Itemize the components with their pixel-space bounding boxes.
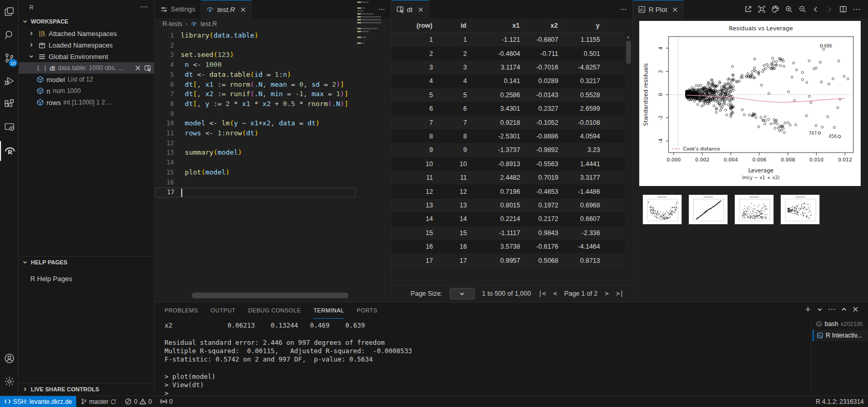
line-number[interactable]: 8: [155, 100, 174, 110]
open-external-icon[interactable]: [742, 3, 754, 16]
breadcrumb-folder[interactable]: R-tests: [162, 20, 182, 28]
line-number[interactable]: 13: [155, 148, 174, 158]
line-number[interactable]: 16: [155, 178, 174, 188]
table-row[interactable]: 11112.44820.70193.3177: [391, 171, 625, 184]
section-help-pages[interactable]: HELP PAGES: [19, 256, 154, 268]
tab-settings[interactable]: Settings: [155, 0, 201, 18]
tree-item-dt[interactable]: [ ] dt data.table: 1000 obs. ...: [19, 62, 154, 74]
tab-r-plot[interactable]: R Plot: [633, 0, 684, 18]
table-row[interactable]: 88-2.5301-0.88864.0594: [391, 130, 625, 143]
table-row[interactable]: 14140.22140.21720.6607: [391, 212, 625, 226]
line-number[interactable]: 12: [155, 139, 174, 149]
table-row[interactable]: 770.9218-0.1052-0.0108: [391, 115, 625, 129]
r-session-indicator[interactable]: R 4.1.2: 2316314: [812, 396, 868, 407]
line-number[interactable]: 1: [155, 31, 174, 41]
prev-page-button[interactable]: <: [553, 290, 557, 297]
table-row[interactable]: 1010-0.8913-0.55631.4441: [391, 157, 625, 171]
column-header-x1[interactable]: x1: [471, 19, 524, 32]
tab-testr[interactable]: R test.R: [201, 0, 252, 18]
settings-gear-icon[interactable]: [0, 371, 18, 391]
problems-indicator[interactable]: 0 0: [121, 396, 156, 407]
page-size-select[interactable]: [450, 288, 475, 299]
fit-frame-icon[interactable]: [755, 3, 768, 16]
table-row[interactable]: 440.1410.02890.3217: [391, 74, 625, 88]
tree-item-attached-namespaces[interactable]: Attached Namespaces: [19, 28, 154, 39]
palette-icon[interactable]: [769, 3, 781, 16]
maximize-panel-icon[interactable]: [841, 306, 847, 312]
sidebar-more-actions-icon[interactable]: ⋯: [140, 2, 148, 11]
table-row[interactable]: 550.2586-0.01430.5528: [391, 88, 625, 102]
split-editor-icon[interactable]: [837, 3, 849, 16]
line-number[interactable]: 17: [156, 188, 174, 197]
editor-more-actions-icon[interactable]: ⋯: [620, 0, 632, 18]
line-number[interactable]: 11: [155, 129, 174, 139]
table-row[interactable]: 13130.80150.19720.6968: [391, 199, 625, 212]
close-icon[interactable]: [418, 7, 424, 13]
table-row[interactable]: 12120.7196-0.4653-1.4486: [391, 184, 625, 198]
line-number[interactable]: 4: [155, 61, 174, 71]
close-icon[interactable]: [240, 7, 246, 13]
more-actions-icon[interactable]: ⋯: [850, 3, 863, 16]
close-icon[interactable]: [135, 65, 141, 72]
column-header-y[interactable]: y: [562, 19, 604, 32]
r-extension-icon[interactable]: R: [0, 141, 18, 161]
plot-thumbnail-normal-qq[interactable]: [688, 194, 728, 225]
column-header-x2[interactable]: x2: [524, 19, 562, 32]
section-live-share[interactable]: LIVE SHARE CONTROLS: [19, 383, 154, 394]
tree-item-r-help-pages[interactable]: R Help Pages: [19, 273, 154, 284]
next-page-button[interactable]: >: [605, 290, 608, 297]
line-number[interactable]: 9: [155, 110, 174, 120]
table-row[interactable]: 99-1.3737-0.98923.23: [391, 143, 625, 157]
plot-thumbnail-residuals-vs-leverage[interactable]: [780, 194, 820, 225]
open-viewer-icon[interactable]: [144, 65, 151, 72]
broadcast-indicator[interactable]: 0: [156, 396, 177, 407]
breadcrumb[interactable]: R-tests › R test.R: [155, 18, 390, 30]
panel-tab-terminal[interactable]: TERMINAL: [313, 303, 344, 319]
table-row[interactable]: 663.43010.23272.6599: [391, 102, 625, 115]
minimap[interactable]: [357, 0, 384, 73]
table-row[interactable]: 16163.5738-0.6176-4.1464: [391, 240, 625, 253]
search-icon[interactable]: [0, 25, 18, 45]
panel-tab-output[interactable]: OUTPUT: [210, 303, 236, 319]
plot-thumbnail-residuals-vs-fitted[interactable]: [642, 194, 682, 225]
terminal-list-item-bash[interactable]: bash k202195: [813, 318, 868, 330]
explorer-icon[interactable]: [0, 2, 18, 22]
first-page-button[interactable]: |<: [538, 290, 546, 297]
terminal-list-item-r-interactive[interactable]: R Interactiv...: [813, 330, 868, 341]
section-workspace[interactable]: WORKSPACE: [19, 16, 154, 27]
next-plot-icon[interactable]: [823, 3, 836, 16]
line-number[interactable]: 14: [155, 158, 174, 168]
column-header-row[interactable]: (row): [391, 19, 437, 32]
zoom-out-icon[interactable]: [796, 3, 808, 16]
tree-item-loaded-namespaces[interactable]: Loaded Namespaces: [19, 39, 154, 51]
terminal-profile-dropdown-icon[interactable]: [817, 307, 823, 312]
line-number[interactable]: 15: [155, 168, 174, 178]
column-header-id[interactable]: id: [437, 19, 471, 32]
remote-indicator[interactable]: SSH: levante.dkrz.de: [0, 396, 76, 407]
line-number[interactable]: 5: [155, 71, 174, 80]
panel-tab-ports[interactable]: PORTS: [357, 303, 378, 319]
breadcrumb-file[interactable]: test.R: [201, 20, 217, 28]
table-row[interactable]: 333.1174-0.7016-4.8257: [391, 61, 625, 74]
table-row[interactable]: 11-1.121-0.68071.1155: [391, 33, 625, 46]
close-panel-icon[interactable]: [852, 306, 859, 312]
line-number[interactable]: 3: [155, 51, 174, 61]
accounts-icon[interactable]: [0, 348, 18, 368]
table-row[interactable]: 1515-1.11170.9843-2.336: [391, 226, 625, 240]
zoom-in-icon[interactable]: [782, 3, 795, 16]
git-branch-indicator[interactable]: master: [76, 396, 121, 407]
table-row[interactable]: 22-0.4604-0.7110.501: [391, 46, 625, 60]
panel-tab-debug-console[interactable]: DEBUG CONSOLE: [248, 303, 301, 319]
code-editor[interactable]: 1library(data.table)23set.seed(123)4 n <…: [155, 31, 390, 292]
extensions-icon[interactable]: [0, 94, 18, 114]
table-row[interactable]: 17170.99570.50680.8713: [391, 253, 625, 267]
terminal-output[interactable]: x2 0.06213 0.13244 0.469 0.639 Residual …: [165, 321, 805, 396]
plot-thumbnail-scale-location[interactable]: [734, 194, 774, 225]
vertical-scrollbar[interactable]: [626, 41, 631, 64]
scroll-up-arrow-icon[interactable]: ▲: [626, 34, 630, 39]
run-debug-icon[interactable]: [0, 71, 18, 91]
tab-dt[interactable]: dt: [391, 0, 429, 18]
tree-item-model[interactable]: model List of 12: [19, 74, 154, 85]
prev-plot-icon[interactable]: [810, 3, 822, 16]
line-number[interactable]: 2: [155, 41, 174, 51]
